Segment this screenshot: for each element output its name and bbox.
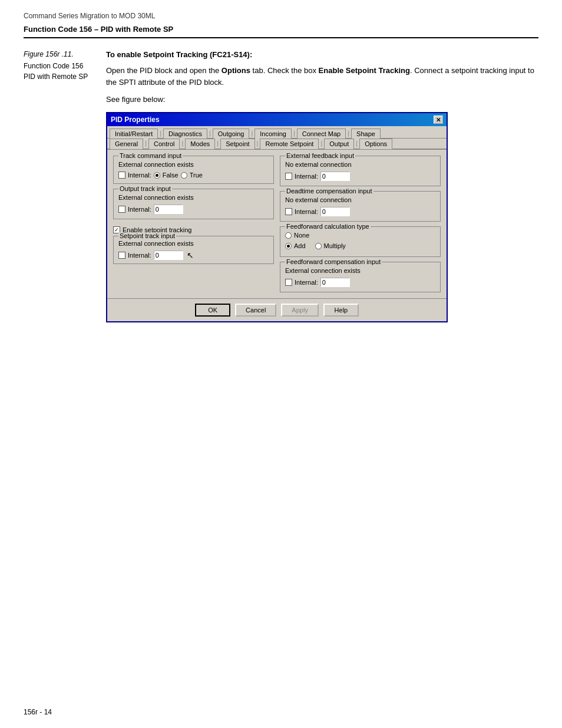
output-track-internal-label: Internal: [128, 206, 151, 213]
feedforward-comp-group: Feedforward compensation input External … [280, 262, 441, 292]
feedforward-comp-checkbox[interactable] [285, 279, 292, 286]
track-command-group: Track command input External connection … [113, 156, 274, 184]
output-track-group: Output track input External connection e… [113, 189, 274, 219]
external-feedback-input[interactable] [320, 172, 350, 181]
tab-shape[interactable]: Shape [351, 129, 381, 139]
output-track-status: External connection exists [118, 194, 269, 201]
external-feedback-internal-label: Internal: [295, 173, 318, 180]
track-command-false-label: False [163, 172, 178, 179]
dialog-title: PID Properties [111, 116, 160, 124]
deadtime-checkbox[interactable] [285, 208, 292, 215]
pid-properties-dialog: PID Properties ✕ Initial/Restart | Diagn… [106, 112, 448, 322]
track-command-radio-true[interactable] [181, 172, 187, 179]
output-track-input[interactable] [154, 205, 183, 214]
deadtime-input[interactable] [320, 207, 350, 216]
cursor-indicator: ↖ [187, 251, 194, 260]
figure-label: Figure 156r .11. [24, 50, 94, 58]
tabs-row2: General | Control | Modes | Setpoint | R… [107, 139, 447, 150]
external-feedback-status: No external connection [285, 161, 435, 168]
deadtime-group: Deadtime compensation input No external … [280, 191, 441, 222]
tab-remote-setpoint[interactable]: Remote Setpoint [260, 139, 319, 149]
intro-heading: To enable Setpoint Tracking (FC21-S14): [106, 50, 538, 59]
track-command-status: External connection exists [118, 161, 269, 168]
feedforward-add-label: Add [294, 242, 306, 249]
track-command-checkbox[interactable] [118, 172, 125, 179]
tab-incoming[interactable]: Incoming [254, 129, 292, 139]
tab-diagnostics[interactable]: Diagnostics [163, 129, 207, 139]
tab-modes[interactable]: Modes [185, 139, 215, 149]
intro-text: Open the PID block and open the Options … [106, 65, 538, 88]
feedforward-comp-input[interactable] [320, 278, 350, 287]
feedforward-radio-none[interactable] [285, 232, 292, 239]
track-command-true-label: True [190, 172, 203, 179]
output-track-label: Output track input [118, 185, 172, 192]
deadtime-status: No external connection [285, 196, 435, 203]
dialog-titlebar: PID Properties ✕ [107, 113, 447, 126]
see-figure: See figure below: [106, 95, 538, 104]
ok-button[interactable]: OK [195, 304, 230, 317]
help-button[interactable]: Help [323, 304, 359, 317]
feedforward-radio-add[interactable] [285, 243, 292, 249]
track-command-internal-label: Internal: [128, 172, 151, 179]
tab-setpoint[interactable]: Setpoint [220, 139, 254, 149]
setpoint-track-status: External connection exists [118, 240, 269, 247]
feedforward-multiply-label: Multiply [324, 242, 346, 249]
tab-connect-map[interactable]: Connect Map [297, 129, 346, 139]
feedforward-radio-multiply[interactable] [315, 243, 322, 249]
dialog-footer: OK Cancel Apply Help [107, 298, 447, 321]
setpoint-track-group: Setpoint track input External connection… [113, 236, 274, 264]
tab-outgoing[interactable]: Outgoing [213, 129, 250, 139]
enable-setpoint-area: Enable setpoint tracking Setpoint track … [113, 226, 274, 264]
external-feedback-label: External feedback input [285, 152, 355, 159]
dialog-body: Track command input External connection … [107, 150, 447, 298]
deadtime-label: Deadtime compensation input [285, 187, 373, 195]
feedforward-comp-label: Feedforward compensation input [285, 258, 382, 265]
feedforward-calc-group: Feedforward calculation type None Add [280, 226, 441, 257]
tab-options[interactable]: Options [359, 139, 392, 149]
sidebar-pid-remote: PID with Remote SP [24, 73, 94, 81]
tab-output[interactable]: Output [324, 139, 354, 149]
track-command-label: Track command input [118, 152, 183, 159]
setpoint-track-internal-label: Internal: [128, 252, 151, 259]
output-track-checkbox[interactable] [118, 206, 125, 213]
feedforward-comp-internal-label: Internal: [295, 279, 318, 286]
setpoint-track-label: Setpoint track input [118, 232, 176, 239]
tabs-row1: Initial/Restart | Diagnostics | Outgoing… [107, 126, 447, 139]
dialog-close-button[interactable]: ✕ [434, 116, 443, 124]
tab-general[interactable]: General [110, 139, 143, 149]
tab-control[interactable]: Control [148, 139, 180, 149]
setpoint-track-checkbox[interactable] [118, 252, 125, 259]
feedforward-calc-label: Feedforward calculation type [285, 223, 371, 230]
sidebar-function-code: Function Code 156 [24, 62, 94, 70]
track-command-radio-false[interactable] [154, 172, 160, 179]
deadtime-internal-label: Internal: [295, 208, 318, 215]
feedforward-comp-status: External connection exists [285, 267, 435, 274]
cancel-button[interactable]: Cancel [235, 304, 276, 317]
apply-button[interactable]: Apply [281, 304, 319, 317]
setpoint-track-input[interactable] [154, 251, 183, 260]
feedforward-none-label: None [294, 232, 309, 239]
doc-header: Command Series Migration to MOD 30ML [24, 12, 538, 20]
external-feedback-group: External feedback input No external conn… [280, 156, 441, 186]
page-footer: 156r - 14 [24, 708, 52, 716]
tab-initial-restart[interactable]: Initial/Restart [110, 129, 158, 139]
section-title: Function Code 156 – PID with Remote SP [24, 25, 538, 38]
external-feedback-checkbox[interactable] [285, 173, 292, 180]
